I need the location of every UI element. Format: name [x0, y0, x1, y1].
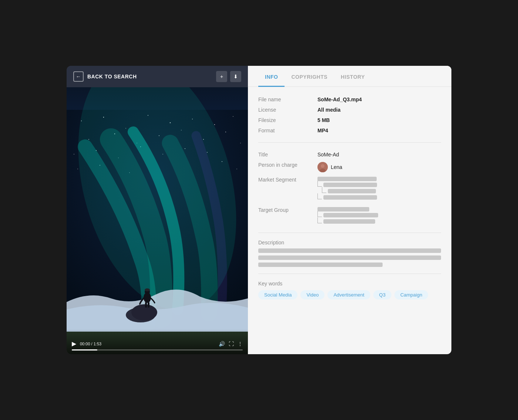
title-label: Title — [258, 152, 317, 158]
title-row: Title SoMe-Ad — [258, 149, 441, 160]
desc-bar-1 — [258, 248, 441, 253]
right-panel: INFO COPYRIGHTS HISTORY File name SoMe-A… — [248, 66, 451, 354]
svg-point-15 — [225, 132, 226, 132]
segment-bar-grandchild1 — [328, 189, 376, 193]
svg-point-34 — [145, 288, 150, 291]
market-segment-label: Market Segment — [258, 177, 317, 183]
description-bars — [258, 248, 441, 267]
keywords-label: Key words — [258, 281, 441, 287]
keyword-tag-0[interactable]: Social Media — [258, 290, 297, 299]
back-arrow-icon: ← — [73, 71, 84, 82]
filesize-label: Filesize — [258, 117, 317, 123]
progress-fill — [72, 349, 97, 350]
video-background — [67, 87, 248, 354]
target-group-tree — [317, 207, 378, 224]
video-area: ▶ 00:00 / 1:53 🔊 ⛶ ⋮ — [67, 87, 248, 354]
segment-bar-child1 — [323, 183, 377, 187]
progress-bar[interactable] — [72, 349, 243, 350]
keyword-tag-4[interactable]: Campaign — [394, 290, 428, 299]
format-row: Format MP4 — [258, 125, 441, 136]
license-row: License All media — [258, 105, 441, 115]
format-label: Format — [258, 128, 317, 133]
top-bar: ← BACK TO SEARCH + ⬇ — [67, 66, 248, 87]
description-label: Description — [258, 240, 441, 245]
target-group-label: Target Group — [258, 207, 317, 213]
file-info-section: File name SoMe-Ad_Q3.mp4 License All med… — [258, 94, 441, 143]
desc-bar-2 — [258, 255, 441, 260]
fullscreen-button[interactable]: ⛶ — [229, 341, 234, 347]
license-label: License — [258, 107, 317, 113]
info-content: File name SoMe-Ad_Q3.mp4 License All med… — [248, 87, 451, 354]
person-row: Person in charge Lena — [258, 160, 441, 175]
segment-bar-child2 — [323, 195, 377, 200]
download-button[interactable]: ⬇ — [230, 71, 241, 82]
top-bar-actions: + ⬇ — [216, 71, 241, 82]
filesize-value: 5 MB — [317, 117, 330, 123]
video-controls: ▶ 00:00 / 1:53 🔊 ⛶ ⋮ — [67, 329, 248, 354]
time-display: 00:00 / 1:53 — [80, 342, 101, 346]
filename-label: File name — [258, 96, 317, 102]
svg-point-31 — [131, 304, 157, 321]
avatar — [317, 162, 328, 172]
tab-history[interactable]: HISTORY — [334, 66, 371, 87]
description-section: Description — [258, 240, 441, 274]
keyword-tag-2[interactable]: Advertisement — [327, 290, 370, 299]
market-segment-row: Market Segment — [258, 175, 441, 202]
license-value: All media — [317, 107, 340, 113]
target-group-row: Target Group — [258, 202, 441, 226]
segment-bar-root — [317, 177, 377, 181]
tabs-row: INFO COPYRIGHTS HISTORY — [248, 66, 451, 87]
add-button[interactable]: + — [216, 71, 227, 82]
filename-row: File name SoMe-Ad_Q3.mp4 — [258, 94, 441, 105]
title-value: SoMe-Ad — [317, 152, 339, 158]
target-bar-root — [317, 207, 369, 211]
target-bar-child2 — [323, 219, 375, 224]
market-segment-tree — [317, 177, 377, 200]
keyword-tag-3[interactable]: Q3 — [373, 290, 391, 299]
format-value: MP4 — [317, 128, 328, 133]
target-bar-child1 — [323, 213, 378, 217]
back-label: BACK TO SEARCH — [87, 74, 137, 79]
person-badge: Lena — [317, 162, 342, 172]
svg-rect-35 — [145, 302, 147, 308]
tab-copyrights[interactable]: COPYRIGHTS — [285, 66, 334, 87]
play-button[interactable]: ▶ — [72, 340, 76, 347]
more-options-button[interactable]: ⋮ — [238, 341, 243, 347]
svg-point-38 — [321, 164, 324, 168]
keyword-tag-1[interactable]: Video — [300, 290, 324, 299]
desc-bar-3 — [258, 262, 383, 267]
filesize-row: Filesize 5 MB — [258, 115, 441, 125]
svg-point-8 — [233, 116, 233, 117]
main-container: ← BACK TO SEARCH + ⬇ — [67, 66, 451, 354]
keywords-section: Key words Social Media Video Advertiseme… — [258, 281, 441, 299]
filename-value: SoMe-Ad_Q3.mp4 — [317, 96, 362, 102]
left-panel: ← BACK TO SEARCH + ⬇ — [67, 66, 248, 354]
volume-button[interactable]: 🔊 — [219, 341, 225, 347]
person-label: Person in charge — [258, 162, 317, 168]
svg-rect-36 — [148, 302, 149, 308]
keywords-row: Social Media Video Advertisement Q3 Camp… — [258, 290, 441, 299]
back-button[interactable]: ← BACK TO SEARCH — [73, 71, 137, 82]
person-name: Lena — [331, 164, 342, 170]
svg-point-28 — [236, 169, 237, 169]
svg-point-24 — [77, 169, 78, 169]
meta-info-section: Title SoMe-Ad Person in charge — [258, 149, 441, 233]
svg-point-23 — [240, 143, 240, 143]
svg-point-16 — [74, 154, 74, 155]
tab-info[interactable]: INFO — [258, 66, 285, 87]
svg-point-7 — [214, 124, 215, 125]
